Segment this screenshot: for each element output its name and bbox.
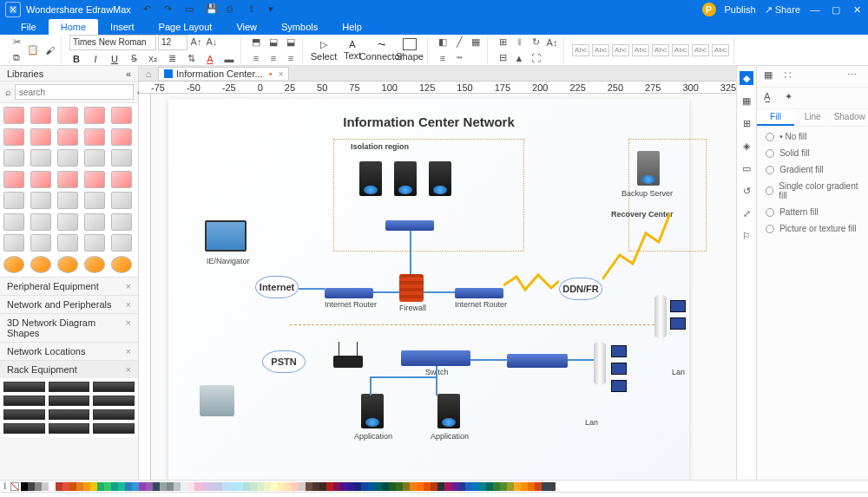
cut-icon[interactable]: ✂	[10, 36, 23, 49]
rack-shape[interactable]	[49, 382, 90, 392]
line-weight-icon[interactable]: ≡	[436, 51, 450, 65]
format-painter-icon[interactable]: 🖌	[43, 43, 56, 57]
color-swatch[interactable]	[306, 482, 312, 491]
library-category[interactable]: Peripheral Equipment×	[0, 277, 138, 295]
color-swatch[interactable]	[361, 482, 368, 491]
fill-tab-shadow[interactable]: Shadow	[831, 109, 868, 126]
color-swatch[interactable]	[368, 482, 375, 491]
color-swatch[interactable]	[160, 482, 167, 491]
pc-icon[interactable]	[670, 300, 686, 312]
color-swatch[interactable]	[410, 482, 417, 491]
color-swatch[interactable]	[208, 482, 215, 491]
color-swatch[interactable]	[111, 482, 118, 491]
library-shape[interactable]	[57, 234, 78, 252]
color-swatch[interactable]	[299, 482, 306, 491]
color-swatch[interactable]	[431, 482, 437, 491]
dropper-icon[interactable]: ⁞	[3, 481, 7, 492]
undo-icon[interactable]: ↶	[143, 3, 155, 16]
color-swatch[interactable]	[167, 482, 174, 491]
internet-router-icon[interactable]	[455, 288, 503, 298]
pc-icon[interactable]	[611, 380, 627, 392]
color-swatch[interactable]	[437, 482, 444, 491]
diagram-page[interactable]: Information Center Network Isolation reg…	[168, 99, 689, 480]
color-swatch[interactable]	[257, 482, 264, 491]
color-swatch[interactable]	[444, 482, 451, 491]
library-shape[interactable]	[57, 107, 78, 124]
color-swatch[interactable]	[340, 482, 347, 491]
library-shape[interactable]	[3, 234, 24, 252]
color-swatch[interactable]	[354, 482, 361, 491]
color-swatch[interactable]	[42, 482, 49, 491]
bullets-icon[interactable]: ≣	[165, 52, 179, 66]
color-swatch[interactable]	[229, 482, 236, 491]
style-preset[interactable]: Abc	[632, 44, 649, 56]
color-swatch[interactable]	[521, 482, 528, 491]
color-swatch[interactable]	[507, 482, 514, 491]
bold-icon[interactable]: B	[69, 52, 83, 66]
library-shape[interactable]	[84, 192, 105, 209]
connector-tool-button[interactable]: ⤳Connector	[368, 36, 394, 64]
server-icon[interactable]	[429, 161, 451, 196]
shape-style-icon[interactable]: ✦	[785, 91, 799, 105]
internet-router-icon[interactable]	[325, 288, 373, 298]
select-tool-button[interactable]: ▷Select	[311, 36, 337, 64]
color-swatch[interactable]	[222, 482, 229, 491]
style-preset[interactable]: Abc	[592, 44, 609, 56]
rack-shape[interactable]	[93, 423, 135, 434]
color-swatch[interactable]	[97, 482, 104, 491]
color-swatch[interactable]	[389, 482, 396, 491]
underline-icon[interactable]: U	[108, 52, 122, 66]
paste-icon[interactable]: 📋	[26, 43, 40, 57]
library-shape[interactable]	[57, 149, 78, 167]
library-shape[interactable]	[57, 192, 78, 209]
align-top-icon[interactable]: ⬒	[249, 36, 263, 49]
align-right-icon[interactable]: ≡	[284, 51, 298, 65]
highlight-icon[interactable]: ▬	[222, 52, 236, 66]
color-swatch[interactable]	[549, 482, 556, 491]
rack-shape[interactable]	[49, 409, 90, 420]
style-preset[interactable]: Abc	[572, 44, 589, 56]
color-swatch[interactable]	[493, 482, 500, 491]
color-swatch[interactable]	[535, 482, 542, 491]
backup-server-icon[interactable]	[637, 151, 660, 186]
close-button[interactable]: ✕	[851, 4, 863, 16]
more-qat-icon[interactable]: ▾	[268, 3, 280, 16]
app-server-icon[interactable]	[361, 394, 384, 428]
minimize-button[interactable]: —	[809, 4, 821, 15]
style-preset[interactable]: Abc	[652, 44, 669, 56]
color-swatch[interactable]	[146, 482, 153, 491]
size-icon[interactable]: ⛶	[529, 51, 542, 65]
pc-icon[interactable]	[611, 363, 627, 375]
expand-tool-icon[interactable]: ⤢	[740, 206, 753, 220]
text-dir-icon[interactable]: A↕	[545, 36, 559, 49]
group-icon[interactable]: ⊞	[496, 36, 510, 49]
color-swatch[interactable]	[319, 482, 326, 491]
library-shape[interactable]	[30, 107, 51, 124]
align-left-icon[interactable]: ≡	[249, 51, 263, 65]
menu-insert[interactable]: Insert	[98, 19, 147, 35]
redo-icon[interactable]: ↷	[164, 3, 176, 16]
library-shape[interactable]	[84, 107, 105, 124]
library-shape[interactable]	[111, 171, 132, 188]
color-swatch[interactable]	[479, 482, 486, 491]
color-swatch[interactable]	[35, 482, 42, 491]
document-tab[interactable]: Information Center...•	[158, 67, 289, 80]
library-shape[interactable]	[111, 128, 132, 146]
color-swatch[interactable]	[417, 482, 424, 491]
library-shape[interactable]	[3, 256, 24, 273]
color-swatch[interactable]	[76, 482, 83, 491]
menu-help[interactable]: Help	[330, 19, 374, 35]
grid-tool-icon[interactable]: ▦	[740, 94, 753, 108]
open-icon[interactable]: ▭	[185, 3, 197, 16]
maximize-button[interactable]: ▢	[830, 4, 842, 16]
color-swatch[interactable]	[215, 482, 222, 491]
library-shape[interactable]	[30, 213, 51, 231]
font-color-icon[interactable]: A	[203, 52, 217, 66]
library-shape[interactable]	[30, 192, 51, 209]
library-shape[interactable]	[30, 256, 51, 273]
library-shape[interactable]	[30, 234, 51, 252]
rack-equipment-category[interactable]: Rack Equipment	[7, 364, 77, 375]
color-swatch[interactable]	[104, 482, 111, 491]
color-swatch[interactable]	[264, 482, 271, 491]
color-swatch[interactable]	[347, 482, 354, 491]
